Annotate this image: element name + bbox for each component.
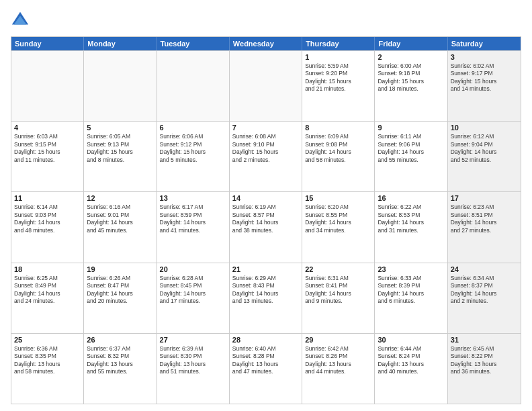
cal-cell: 25Sunrise: 6:36 AM Sunset: 8:35 PM Dayli… [11,334,84,404]
cal-cell [157,51,230,121]
cal-cell: 4Sunrise: 6:03 AM Sunset: 9:15 PM Daylig… [11,122,84,191]
calendar: SundayMondayTuesdayWednesdayThursdayFrid… [11,36,521,404]
cell-info: Sunrise: 6:09 AM Sunset: 9:08 PM Dayligh… [305,133,371,164]
day-number: 23 [378,265,444,273]
cell-info: Sunrise: 6:03 AM Sunset: 9:15 PM Dayligh… [14,133,81,164]
cal-cell: 22Sunrise: 6:31 AM Sunset: 8:41 PM Dayli… [302,263,375,333]
cell-info: Sunrise: 6:45 AM Sunset: 8:22 PM Dayligh… [451,345,518,376]
day-number: 20 [160,265,226,273]
cal-cell: 2Sunrise: 6:00 AM Sunset: 9:18 PM Daylig… [375,51,447,121]
cal-cell: 17Sunrise: 6:23 AM Sunset: 8:51 PM Dayli… [448,192,521,262]
day-number: 5 [87,124,153,132]
day-number: 9 [378,124,444,132]
cell-info: Sunrise: 6:39 AM Sunset: 8:30 PM Dayligh… [160,345,226,376]
day-number: 2 [378,53,444,61]
cal-cell: 20Sunrise: 6:28 AM Sunset: 8:45 PM Dayli… [157,263,230,333]
cal-cell: 18Sunrise: 6:25 AM Sunset: 8:49 PM Dayli… [11,263,84,333]
page: SundayMondayTuesdayWednesdayThursdayFrid… [0,0,532,411]
day-number: 11 [14,194,81,202]
cal-cell: 6Sunrise: 6:06 AM Sunset: 9:12 PM Daylig… [157,122,230,191]
cell-info: Sunrise: 6:22 AM Sunset: 8:53 PM Dayligh… [378,203,444,234]
calendar-row-2: 11Sunrise: 6:14 AM Sunset: 9:03 PM Dayli… [11,191,521,262]
cell-info: Sunrise: 6:23 AM Sunset: 8:51 PM Dayligh… [451,203,518,234]
cell-info: Sunrise: 6:05 AM Sunset: 9:13 PM Dayligh… [87,133,153,164]
cell-info: Sunrise: 6:42 AM Sunset: 8:26 PM Dayligh… [305,345,371,376]
cal-cell [11,51,84,121]
day-number: 7 [232,124,299,132]
cal-cell: 19Sunrise: 6:26 AM Sunset: 8:47 PM Dayli… [84,263,157,333]
cal-cell: 29Sunrise: 6:42 AM Sunset: 8:26 PM Dayli… [302,334,375,404]
cal-cell: 21Sunrise: 6:29 AM Sunset: 8:43 PM Dayli… [230,263,302,333]
cal-cell [230,51,302,121]
day-number: 24 [451,265,518,273]
day-number: 12 [87,194,153,202]
day-number: 8 [305,124,371,132]
cal-cell: 12Sunrise: 6:16 AM Sunset: 9:01 PM Dayli… [84,192,157,262]
cal-cell: 26Sunrise: 6:37 AM Sunset: 8:32 PM Dayli… [84,334,157,404]
calendar-row-4: 25Sunrise: 6:36 AM Sunset: 8:35 PM Dayli… [11,333,521,404]
calendar-row-1: 4Sunrise: 6:03 AM Sunset: 9:15 PM Daylig… [11,121,521,191]
cal-cell: 11Sunrise: 6:14 AM Sunset: 9:03 PM Dayli… [11,192,84,262]
cell-info: Sunrise: 6:06 AM Sunset: 9:12 PM Dayligh… [160,133,226,164]
day-number: 6 [160,124,226,132]
day-number: 14 [232,194,299,202]
cal-cell: 31Sunrise: 6:45 AM Sunset: 8:22 PM Dayli… [448,334,521,404]
day-number: 13 [160,194,226,202]
header-cell-saturday: Saturday [448,37,521,50]
cell-info: Sunrise: 6:31 AM Sunset: 8:41 PM Dayligh… [305,275,371,306]
day-number: 25 [14,336,81,344]
cal-cell: 5Sunrise: 6:05 AM Sunset: 9:13 PM Daylig… [84,122,157,191]
cal-cell: 7Sunrise: 6:08 AM Sunset: 9:10 PM Daylig… [230,122,302,191]
cal-cell: 8Sunrise: 6:09 AM Sunset: 9:08 PM Daylig… [302,122,375,191]
day-number: 29 [305,336,371,344]
cell-info: Sunrise: 5:59 AM Sunset: 9:20 PM Dayligh… [305,62,371,93]
cell-info: Sunrise: 6:16 AM Sunset: 9:01 PM Dayligh… [87,203,153,234]
cal-cell: 24Sunrise: 6:34 AM Sunset: 8:37 PM Dayli… [448,263,521,333]
cell-info: Sunrise: 6:44 AM Sunset: 8:24 PM Dayligh… [378,345,444,376]
header-cell-friday: Friday [375,37,447,50]
cal-cell: 14Sunrise: 6:19 AM Sunset: 8:57 PM Dayli… [230,192,302,262]
day-number: 30 [378,336,444,344]
day-number: 4 [14,124,81,132]
header-cell-thursday: Thursday [302,37,375,50]
day-number: 22 [305,265,371,273]
cal-cell: 9Sunrise: 6:11 AM Sunset: 9:06 PM Daylig… [375,122,447,191]
calendar-row-0: 1Sunrise: 5:59 AM Sunset: 9:20 PM Daylig… [11,50,521,121]
header-cell-sunday: Sunday [11,37,84,50]
cal-cell: 1Sunrise: 5:59 AM Sunset: 9:20 PM Daylig… [302,51,375,121]
logo [11,11,32,30]
header-cell-monday: Monday [84,37,157,50]
calendar-header: SundayMondayTuesdayWednesdayThursdayFrid… [11,37,521,50]
cal-cell [84,51,157,121]
cell-info: Sunrise: 6:37 AM Sunset: 8:32 PM Dayligh… [87,345,153,376]
calendar-body: 1Sunrise: 5:59 AM Sunset: 9:20 PM Daylig… [11,50,521,404]
cal-cell: 16Sunrise: 6:22 AM Sunset: 8:53 PM Dayli… [375,192,447,262]
cell-info: Sunrise: 6:25 AM Sunset: 8:49 PM Dayligh… [14,275,81,306]
calendar-row-3: 18Sunrise: 6:25 AM Sunset: 8:49 PM Dayli… [11,263,521,333]
day-number: 10 [451,124,518,132]
day-number: 17 [451,194,518,202]
cell-info: Sunrise: 6:08 AM Sunset: 9:10 PM Dayligh… [232,133,299,164]
cal-cell: 28Sunrise: 6:40 AM Sunset: 8:28 PM Dayli… [230,334,302,404]
day-number: 28 [232,336,299,344]
cell-info: Sunrise: 6:36 AM Sunset: 8:35 PM Dayligh… [14,345,81,376]
cell-info: Sunrise: 6:40 AM Sunset: 8:28 PM Dayligh… [232,345,299,376]
day-number: 16 [378,194,444,202]
day-number: 3 [451,53,518,61]
day-number: 1 [305,53,371,61]
cell-info: Sunrise: 6:20 AM Sunset: 8:55 PM Dayligh… [305,203,371,234]
cell-info: Sunrise: 6:11 AM Sunset: 9:06 PM Dayligh… [378,133,444,164]
cal-cell: 10Sunrise: 6:12 AM Sunset: 9:04 PM Dayli… [448,122,521,191]
cell-info: Sunrise: 6:28 AM Sunset: 8:45 PM Dayligh… [160,275,226,306]
cell-info: Sunrise: 6:26 AM Sunset: 8:47 PM Dayligh… [87,275,153,306]
cell-info: Sunrise: 6:17 AM Sunset: 8:59 PM Dayligh… [160,203,226,234]
cell-info: Sunrise: 6:19 AM Sunset: 8:57 PM Dayligh… [232,203,299,234]
header-cell-tuesday: Tuesday [157,37,230,50]
day-number: 26 [87,336,153,344]
day-number: 15 [305,194,371,202]
cell-info: Sunrise: 6:34 AM Sunset: 8:37 PM Dayligh… [451,275,518,306]
header [11,11,521,30]
cal-cell: 23Sunrise: 6:33 AM Sunset: 8:39 PM Dayli… [375,263,447,333]
day-number: 19 [87,265,153,273]
day-number: 27 [160,336,226,344]
